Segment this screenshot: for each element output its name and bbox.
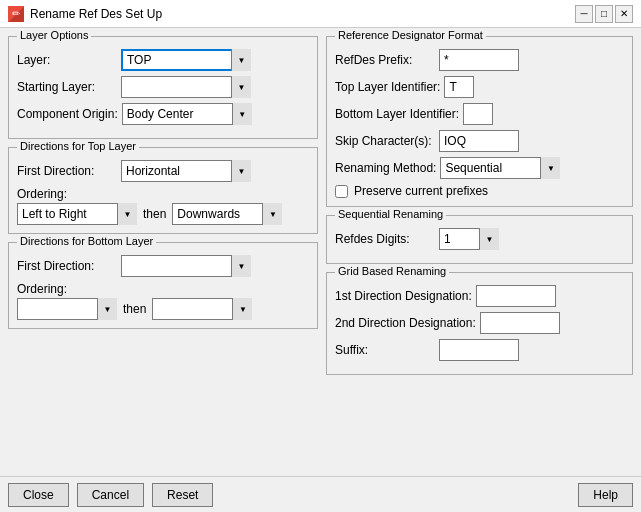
reset-button[interactable]: Reset	[152, 483, 213, 507]
layer-label: Layer:	[17, 53, 117, 67]
renaming-method-row: Renaming Method: Sequential Grid Based ▼	[335, 157, 624, 179]
refdes-prefix-label: RefDes Prefix:	[335, 53, 435, 67]
renaming-method-select[interactable]: Sequential Grid Based	[440, 157, 560, 179]
refdes-prefix-input[interactable]	[439, 49, 519, 71]
top-layer-id-input[interactable]	[444, 76, 474, 98]
layer-select[interactable]: TOP BOTTOM	[121, 49, 251, 71]
window-close-button[interactable]: ✕	[615, 5, 633, 23]
ordering-select-wrapper: Left to Right Right to Left ▼	[17, 203, 137, 225]
first-dir-designation-label: 1st Direction Designation:	[335, 289, 472, 303]
bottom-then-select-wrapper: ▼	[152, 298, 252, 320]
sequential-renaming-title: Sequential Renaming	[335, 208, 446, 220]
refdes-digits-row: Refdes Digits: 1 2 3 4 ▼	[335, 228, 624, 250]
bottom-first-direction-row: First Direction: ▼	[17, 255, 309, 277]
first-dir-designation-input[interactable]	[476, 285, 556, 307]
bottom-layer-id-input[interactable]	[463, 103, 493, 125]
preserve-prefix-label: Preserve current prefixes	[354, 184, 488, 198]
left-panel: Layer Options Layer: TOP BOTTOM ▼ Starti…	[8, 36, 318, 468]
renaming-method-label: Renaming Method:	[335, 161, 436, 175]
grid-renaming-title: Grid Based Renaming	[335, 265, 449, 277]
sequential-renaming-group: Sequential Renaming Refdes Digits: 1 2 3…	[326, 215, 633, 264]
component-origin-label: Component Origin:	[17, 107, 118, 121]
maximize-button[interactable]: □	[595, 5, 613, 23]
top-layer-id-row: Top Layer Identifier:	[335, 76, 624, 98]
bottom-ordering-label: Ordering:	[17, 282, 67, 296]
ordering-row: Left to Right Right to Left ▼ then Downw…	[17, 203, 309, 225]
bottom-ordering-select-wrapper: ▼	[17, 298, 117, 320]
refdes-digits-select[interactable]: 1 2 3 4	[439, 228, 499, 250]
bottom-then-label: then	[123, 302, 146, 316]
ordering-select[interactable]: Left to Right Right to Left	[17, 203, 137, 225]
component-origin-select[interactable]: Body Center Pin 1 Centroid	[122, 103, 252, 125]
bottom-then-select[interactable]	[152, 298, 252, 320]
app-icon: ✏	[8, 6, 24, 22]
directions-top-title: Directions for Top Layer	[17, 140, 139, 152]
component-origin-row: Component Origin: Body Center Pin 1 Cent…	[17, 103, 309, 125]
refdes-format-title: Reference Designator Format	[335, 29, 486, 41]
bottom-ordering-select[interactable]	[17, 298, 117, 320]
then-select-wrapper: Downwards Upwards ▼	[172, 203, 282, 225]
layer-options-title: Layer Options	[17, 29, 91, 41]
preserve-prefix-checkbox[interactable]	[335, 185, 348, 198]
then-select[interactable]: Downwards Upwards	[172, 203, 282, 225]
directions-bottom-group: Directions for Bottom Layer First Direct…	[8, 242, 318, 329]
second-dir-designation-input[interactable]	[480, 312, 560, 334]
renaming-method-select-wrapper: Sequential Grid Based ▼	[440, 157, 560, 179]
suffix-label: Suffix:	[335, 343, 435, 357]
starting-layer-label: Starting Layer:	[17, 80, 117, 94]
starting-layer-select[interactable]	[121, 76, 251, 98]
close-button[interactable]: Close	[8, 483, 69, 507]
starting-layer-select-wrapper: ▼	[121, 76, 251, 98]
refdes-digits-select-wrapper: 1 2 3 4 ▼	[439, 228, 499, 250]
bottom-first-direction-label: First Direction:	[17, 259, 117, 273]
skip-chars-input[interactable]	[439, 130, 519, 152]
bottom-layer-id-label: Bottom Layer Identifier:	[335, 107, 459, 121]
bottom-ordering-section: Ordering: ▼ then ▼	[17, 282, 309, 320]
directions-top-group: Directions for Top Layer First Direction…	[8, 147, 318, 234]
skip-chars-row: Skip Character(s):	[335, 130, 624, 152]
ordering-section: Ordering: Left to Right Right to Left ▼ …	[17, 187, 309, 225]
second-dir-designation-row: 2nd Direction Designation:	[335, 312, 624, 334]
second-dir-designation-label: 2nd Direction Designation:	[335, 316, 476, 330]
bottom-bar: Close Cancel Reset Help	[0, 476, 641, 512]
bottom-first-direction-select-wrapper: ▼	[121, 255, 251, 277]
then-label: then	[143, 207, 166, 221]
skip-chars-label: Skip Character(s):	[335, 134, 435, 148]
bottom-ordering-row: ▼ then ▼	[17, 298, 309, 320]
layer-select-wrapper: TOP BOTTOM ▼	[121, 49, 251, 71]
first-direction-select-wrapper: Horizontal Vertical ▼	[121, 160, 251, 182]
refdes-digits-label: Refdes Digits:	[335, 232, 435, 246]
top-layer-id-label: Top Layer Identifier:	[335, 80, 440, 94]
main-content: Layer Options Layer: TOP BOTTOM ▼ Starti…	[0, 28, 641, 476]
help-button[interactable]: Help	[578, 483, 633, 507]
first-direction-label: First Direction:	[17, 164, 117, 178]
cancel-button[interactable]: Cancel	[77, 483, 144, 507]
refdes-prefix-row: RefDes Prefix:	[335, 49, 624, 71]
directions-bottom-title: Directions for Bottom Layer	[17, 235, 156, 247]
preserve-prefix-row: Preserve current prefixes	[335, 184, 624, 198]
first-direction-select[interactable]: Horizontal Vertical	[121, 160, 251, 182]
bottom-layer-id-row: Bottom Layer Identifier:	[335, 103, 624, 125]
component-origin-select-wrapper: Body Center Pin 1 Centroid ▼	[122, 103, 252, 125]
first-direction-row: First Direction: Horizontal Vertical ▼	[17, 160, 309, 182]
suffix-row: Suffix:	[335, 339, 624, 361]
layer-options-group: Layer Options Layer: TOP BOTTOM ▼ Starti…	[8, 36, 318, 139]
refdes-format-group: Reference Designator Format RefDes Prefi…	[326, 36, 633, 207]
layer-row: Layer: TOP BOTTOM ▼	[17, 49, 309, 71]
suffix-input[interactable]	[439, 339, 519, 361]
title-bar: ✏ Rename Ref Des Set Up ─ □ ✕	[0, 0, 641, 28]
bottom-first-direction-select[interactable]	[121, 255, 251, 277]
title-bar-left: ✏ Rename Ref Des Set Up	[8, 6, 162, 22]
minimize-button[interactable]: ─	[575, 5, 593, 23]
right-panel: Reference Designator Format RefDes Prefi…	[326, 36, 633, 468]
title-bar-buttons: ─ □ ✕	[575, 5, 633, 23]
starting-layer-row: Starting Layer: ▼	[17, 76, 309, 98]
window-title: Rename Ref Des Set Up	[30, 7, 162, 21]
ordering-label: Ordering:	[17, 187, 67, 201]
grid-renaming-group: Grid Based Renaming 1st Direction Design…	[326, 272, 633, 375]
first-dir-designation-row: 1st Direction Designation:	[335, 285, 624, 307]
